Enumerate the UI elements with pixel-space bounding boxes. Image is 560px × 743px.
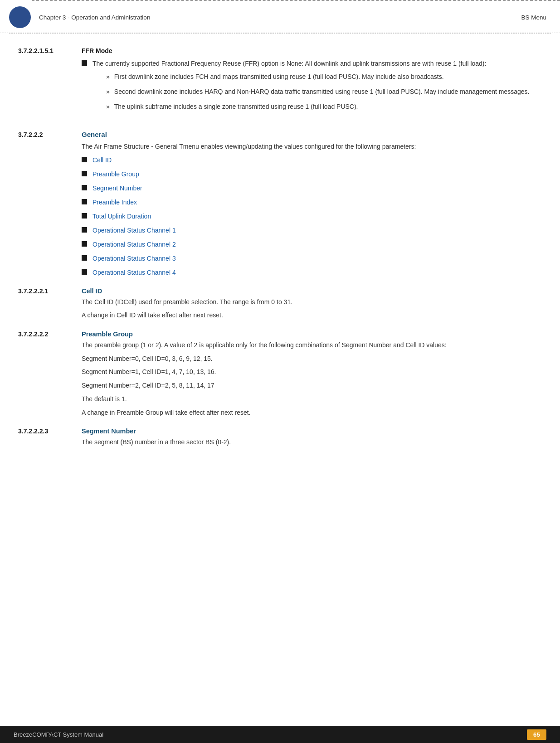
chapter-label: Chapter 3 - Operation and Administration (39, 14, 150, 21)
chevron-icon-1: » (106, 72, 110, 82)
preamble-group-para-5: A change in Preamble Group will take eff… (82, 408, 542, 418)
item-op-status-ch3[interactable]: Operational Status Channel 3 (93, 254, 176, 263)
list-item: Preamble Index (82, 198, 542, 207)
item-preamble-index[interactable]: Preamble Index (93, 198, 137, 207)
item-cell-id[interactable]: Cell ID (93, 155, 112, 165)
segment-number-num: 3.7.2.2.2.3 (18, 427, 82, 435)
bullet-icon (82, 185, 87, 190)
segment-number-heading: 3.7.2.2.2.3 Segment Number (18, 427, 542, 435)
footer-page-number: 65 (527, 729, 546, 740)
bullet-icon (82, 199, 87, 204)
ffr-section-number: 3.7.2.2.1.5.1 (18, 47, 82, 54)
page-header: Chapter 3 - Operation and Administration… (0, 0, 560, 33)
general-section-number: 3.7.2.2.2 (18, 131, 82, 138)
item-op-status-ch4[interactable]: Operational Status Channel 4 (93, 268, 176, 277)
chevron-icon-3: » (106, 102, 110, 112)
bullet-icon (82, 213, 87, 219)
cell-id-title: Cell ID (82, 287, 102, 295)
item-op-status-ch2[interactable]: Operational Status Channel 2 (93, 240, 176, 249)
list-item: Total Uplink Duration (82, 212, 542, 221)
preamble-group-heading: 3.7.2.2.2.2 Preamble Group (18, 330, 542, 338)
ffr-sub-text-3: The uplink subframe includes a single zo… (114, 102, 358, 112)
ffr-intro-text: The currently supported Fractional Frequ… (93, 59, 529, 117)
preamble-group-number: 3.7.2.2.2.2 (18, 330, 82, 338)
list-item: Operational Status Channel 3 (82, 254, 542, 263)
preamble-group-para-0: The preamble group (1 or 2). A value of … (82, 340, 542, 350)
bullet-square-icon (82, 60, 87, 66)
chapter-circle-icon (9, 6, 31, 28)
segment-number-para: The segment (BS) number in a three secto… (82, 437, 542, 447)
preamble-group-para-4: The default is 1. (82, 394, 542, 404)
page-footer: BreezeCOMPACT System Manual 65 (0, 726, 560, 743)
general-section-title: General (82, 131, 107, 138)
list-item: Segment Number (82, 184, 542, 193)
item-preamble-group[interactable]: Preamble Group (93, 170, 139, 179)
segment-number-title: Segment Number (82, 427, 136, 435)
cell-id-para-1: The Cell ID (IDCell) used for preamble s… (82, 297, 542, 307)
ffr-sub-bullet-3: » The uplink subframe includes a single … (106, 102, 529, 112)
main-content: 3.7.2.2.1.5.1 FFR Mode The currently sup… (0, 34, 560, 469)
cell-id-number: 3.7.2.2.2.1 (18, 287, 82, 295)
ffr-sub-bullet-1: » First downlink zone includes FCH and m… (106, 72, 529, 82)
preamble-group-para-2: Segment Number=1, Cell ID=1, 4, 7, 10, 1… (82, 367, 542, 377)
item-op-status-ch1[interactable]: Operational Status Channel 1 (93, 226, 176, 235)
ffr-mode-heading: 3.7.2.2.1.5.1 FFR Mode (18, 47, 542, 54)
general-heading: 3.7.2.2.2 General (18, 131, 542, 138)
preamble-group-para-3: Segment Number=2, Cell ID=2, 5, 8, 11, 1… (82, 381, 542, 391)
list-item: Cell ID (82, 155, 542, 165)
chevron-icon-2: » (106, 87, 110, 97)
list-item: Preamble Group (82, 170, 542, 179)
bullet-icon (82, 171, 87, 176)
bullet-icon (82, 255, 87, 261)
item-total-uplink-duration[interactable]: Total Uplink Duration (93, 212, 151, 221)
section-label: BS Menu (521, 14, 546, 21)
bullet-icon (82, 241, 87, 247)
bullet-icon (82, 227, 87, 233)
ffr-sub-bullet-2: » Second downlink zone includes HARQ and… (106, 87, 529, 97)
cell-id-para-2: A change in Cell ID will take effect aft… (82, 311, 542, 321)
preamble-group-para-1: Segment Number=0, Cell ID=0, 3, 6, 9, 12… (82, 354, 542, 364)
ffr-sub-bullets: » First downlink zone includes FCH and m… (106, 72, 529, 112)
ffr-intro-list: The currently supported Fractional Frequ… (82, 59, 542, 117)
footer-product-name: BreezeCOMPACT System Manual (14, 731, 103, 738)
list-item: Operational Status Channel 4 (82, 268, 542, 277)
header-dots-top (32, 0, 560, 2)
ffr-sub-text-1: First downlink zone includes FCH and map… (114, 72, 444, 82)
ffr-sub-text-2: Second downlink zone includes HARQ and N… (114, 87, 530, 97)
preamble-group-title: Preamble Group (82, 330, 133, 338)
ffr-intro-bullet: The currently supported Fractional Frequ… (82, 59, 542, 117)
cell-id-heading: 3.7.2.2.2.1 Cell ID (18, 287, 542, 295)
general-items-list: Cell ID Preamble Group Segment Number Pr… (82, 155, 542, 277)
list-item: Operational Status Channel 1 (82, 226, 542, 235)
bullet-icon (82, 157, 87, 162)
bullet-icon (82, 269, 87, 275)
list-item: Operational Status Channel 2 (82, 240, 542, 249)
item-segment-number[interactable]: Segment Number (93, 184, 142, 193)
ffr-section-title: FFR Mode (82, 47, 112, 54)
general-intro: The Air Frame Structure - General Tmenu … (82, 142, 542, 152)
